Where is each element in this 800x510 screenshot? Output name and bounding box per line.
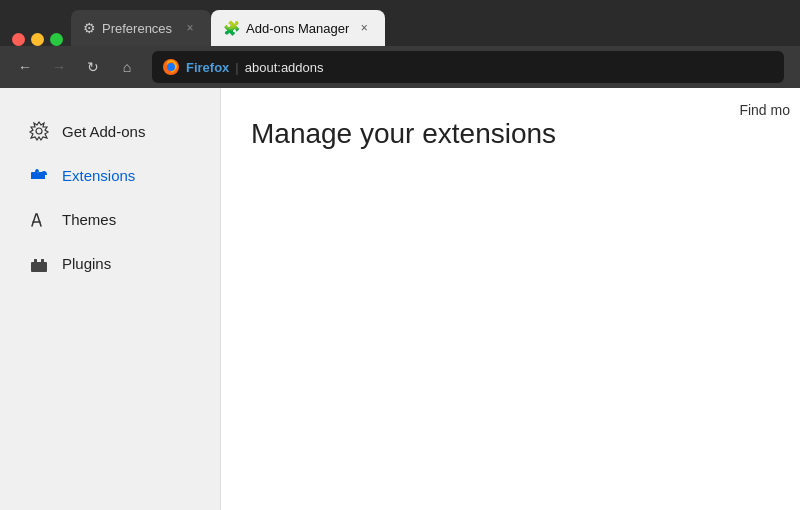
forward-icon: →	[52, 59, 66, 75]
plugins-icon	[28, 252, 50, 274]
reload-icon: ↻	[87, 59, 99, 75]
themes-icon	[28, 208, 50, 230]
tab-bar: ⚙ Preferences × 🧩 Add-ons Manager ×	[0, 0, 800, 46]
sidebar-item-plugins-label: Plugins	[62, 255, 111, 272]
maximize-window-button[interactable]	[50, 33, 63, 46]
svg-point-1	[167, 63, 175, 71]
addons-tab-label: Add-ons Manager	[246, 21, 349, 36]
browser-chrome: ⚙ Preferences × 🧩 Add-ons Manager × ← → …	[0, 0, 800, 88]
url-separator: |	[235, 60, 238, 75]
home-icon: ⌂	[123, 59, 131, 75]
find-more-text: Find mo	[729, 102, 800, 118]
preferences-tab-icon: ⚙	[83, 20, 96, 36]
firefox-logo-icon	[162, 58, 180, 76]
forward-button[interactable]: →	[44, 52, 74, 82]
sidebar-item-get-addons-label: Get Add-ons	[62, 123, 145, 140]
home-button[interactable]: ⌂	[112, 52, 142, 82]
preferences-tab-label: Preferences	[102, 21, 175, 36]
sidebar-item-extensions-label: Extensions	[62, 167, 135, 184]
close-window-button[interactable]	[12, 33, 25, 46]
extensions-icon	[28, 164, 50, 186]
back-button[interactable]: ←	[10, 52, 40, 82]
traffic-lights	[12, 33, 63, 46]
main-content: Manage your extensions	[220, 88, 800, 510]
tab-addons-manager[interactable]: 🧩 Add-ons Manager ×	[211, 10, 385, 46]
svg-rect-5	[31, 175, 45, 179]
firefox-label: Firefox	[186, 60, 229, 75]
svg-point-2	[36, 128, 42, 134]
url-text: about:addons	[245, 60, 324, 75]
addons-tab-close[interactable]: ×	[355, 19, 373, 37]
toolbar: ← → ↻ ⌂ Firefox | about:addons	[0, 46, 800, 88]
page-title: Manage your extensions	[251, 118, 770, 150]
svg-rect-7	[34, 259, 37, 263]
page-area: Find mo Get Add-ons	[0, 88, 800, 510]
address-bar[interactable]: Firefox | about:addons	[152, 51, 784, 83]
svg-rect-8	[41, 259, 44, 263]
browser-window: ⚙ Preferences × 🧩 Add-ons Manager × ← → …	[0, 0, 800, 510]
reload-button[interactable]: ↻	[78, 52, 108, 82]
back-icon: ←	[18, 59, 32, 75]
sidebar-item-get-addons[interactable]: Get Add-ons	[8, 110, 212, 152]
sidebar-item-plugins[interactable]: Plugins	[8, 242, 212, 284]
sidebar-item-themes-label: Themes	[62, 211, 116, 228]
sidebar-item-themes[interactable]: Themes	[8, 198, 212, 240]
minimize-window-button[interactable]	[31, 33, 44, 46]
preferences-tab-close[interactable]: ×	[181, 19, 199, 37]
sidebar: Get Add-ons Extensions	[0, 88, 220, 510]
sidebar-item-extensions[interactable]: Extensions	[8, 154, 212, 196]
svg-rect-6	[31, 262, 47, 272]
addons-tab-icon: 🧩	[223, 20, 240, 36]
tab-preferences[interactable]: ⚙ Preferences ×	[71, 10, 211, 46]
get-addons-icon	[28, 120, 50, 142]
